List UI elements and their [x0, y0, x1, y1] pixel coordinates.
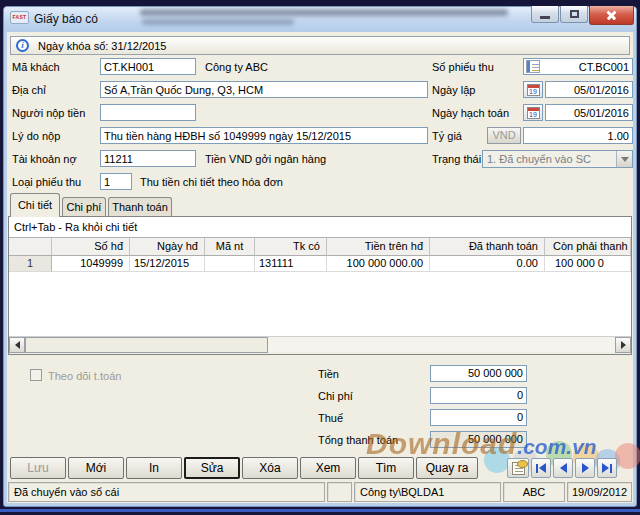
voucher-number-label: Số phiếu thu — [432, 61, 494, 73]
fee-field[interactable]: 0 — [430, 387, 527, 404]
total-payment-field: 50 000 000 — [430, 431, 527, 448]
track-payment-checkbox[interactable] — [30, 369, 42, 381]
receipt-type-input[interactable] — [100, 173, 132, 190]
maximize-icon — [570, 10, 579, 18]
first-record-icon — [536, 464, 538, 473]
next-record-button[interactable] — [575, 458, 595, 478]
cell-tien-tren-hd: 100 000 000.00 — [327, 256, 430, 272]
edit-button[interactable]: Sửa — [184, 457, 240, 479]
find-button[interactable]: Tìm — [358, 457, 414, 479]
col-header-so-hd[interactable]: Số hđ — [52, 238, 130, 256]
window-title: Giấy báo có — [34, 12, 98, 26]
status-message: Đã chuyển vào sổ cái — [8, 482, 325, 502]
last-record-button[interactable] — [597, 458, 617, 478]
address-label: Địa chỉ — [12, 84, 46, 96]
tax-label: Thuế — [318, 412, 343, 424]
receipt-type-desc-text: Thu tiền chi tiết theo hóa đơn — [140, 176, 283, 188]
print-button[interactable]: In — [126, 457, 182, 479]
col-header-con-phai-thanh-toan[interactable]: Còn phải thanh — [545, 238, 631, 256]
col-header-tien-tren-hd[interactable]: Tiền trên hđ — [327, 238, 430, 256]
cell-so-hd: 1049999 — [52, 256, 130, 272]
status-unit: ABC — [503, 482, 565, 502]
grid-hint-text: Ctrl+Tab - Ra khỏi chi tiết — [9, 217, 631, 238]
cell-da-thanh-toan: 0.00 — [430, 256, 545, 272]
exchange-rate-field[interactable]: 1.00 — [523, 127, 633, 144]
first-record-button[interactable] — [531, 458, 551, 478]
tab-chi-tiet[interactable]: Chi tiết — [10, 193, 60, 217]
voucher-number-field[interactable]: CT.BC001 — [523, 58, 633, 75]
posting-date-field[interactable]: 05/01/2016 — [545, 104, 633, 121]
cell-con-phai-thanh-toan: 100 000 0 — [545, 256, 631, 272]
receipt-type-label: Loại phiếu thu — [12, 176, 81, 188]
info-icon: i — [16, 39, 29, 52]
debit-account-input[interactable] — [100, 150, 196, 167]
scroll-right-button[interactable] — [615, 337, 631, 353]
payer-input[interactable] — [100, 104, 196, 121]
currency-button[interactable]: VND — [487, 127, 521, 144]
status-spacer — [327, 482, 352, 502]
track-payment-label: Theo dõi t.toán — [48, 370, 121, 382]
create-date-calendar-button[interactable]: 19 — [523, 81, 543, 98]
col-header-tk-co[interactable]: Tk có — [255, 238, 327, 256]
new-button[interactable]: Mới — [68, 457, 124, 479]
dropdown-button[interactable] — [616, 151, 632, 167]
status-company-user: Công ty\BQLDA1 — [354, 482, 501, 502]
calendar-icon: 19 — [527, 84, 540, 96]
delete-button[interactable]: Xóa — [242, 457, 298, 479]
last-record-icon — [610, 464, 612, 473]
cell-tk-co: 131111 — [255, 256, 327, 272]
maximize-button[interactable] — [560, 6, 588, 23]
exit-button[interactable]: Quay ra — [416, 457, 478, 479]
col-header-ngay-hd[interactable]: Ngày hđ — [130, 238, 205, 256]
close-button[interactable] — [589, 6, 634, 25]
arrow-right-icon — [621, 341, 626, 349]
watermark-circle — [615, 443, 640, 469]
address-input[interactable] — [100, 81, 428, 98]
arrow-right-icon — [602, 463, 609, 473]
attachment-button[interactable] — [507, 458, 529, 478]
cell-ma-nt — [205, 256, 255, 272]
fast-logo: FAST — [10, 11, 29, 24]
grid-horizontal-scrollbar[interactable] — [9, 336, 631, 352]
amount-field[interactable]: 50 000 000 — [430, 365, 527, 382]
arrow-left-icon — [560, 463, 567, 473]
backdrop-bottom-line — [0, 509, 640, 512]
customer-name-text: Công ty ABC — [205, 61, 268, 73]
reason-label: Lý do nộp — [12, 130, 60, 142]
cell-rownum: 1 — [9, 256, 52, 272]
cell-ngay-hd: 15/12/2015 — [130, 256, 205, 272]
tax-field[interactable]: 0 — [430, 409, 527, 426]
customer-code-label: Mã khách — [12, 61, 60, 73]
debit-account-name-text: Tiền VND gởi ngân hàng — [205, 153, 326, 165]
exchange-rate-value: 1.00 — [524, 130, 632, 142]
previous-record-button[interactable] — [553, 458, 573, 478]
lock-date-text: Ngày khóa sổ: 31/12/2015 — [38, 40, 166, 52]
save-button[interactable]: Lưu — [10, 457, 66, 479]
view-button[interactable]: Xem — [300, 457, 356, 479]
create-date-value: 05/01/2016 — [546, 84, 632, 96]
debit-account-label: Tài khoản nợ — [12, 153, 77, 165]
fee-label: Chi phí — [318, 390, 353, 402]
posting-date-value: 05/01/2016 — [546, 107, 632, 119]
col-header-ma-nt[interactable]: Mã nt — [205, 238, 255, 256]
scroll-left-button[interactable] — [9, 337, 25, 353]
col-header-da-thanh-toan[interactable]: Đã thanh toán — [430, 238, 545, 256]
status-date: 19/09/2012 — [567, 482, 632, 502]
status-dropdown[interactable]: 1. Đã chuyển vào SC — [482, 150, 633, 168]
chevron-down-icon — [621, 157, 629, 162]
background-blur-artifact — [140, 9, 508, 16]
tab-thanh-toan[interactable]: Thanh toán — [108, 197, 172, 217]
minimize-button[interactable] — [531, 6, 559, 23]
tab-chi-phi[interactable]: Chi phí — [62, 197, 106, 217]
arrow-left-icon — [539, 463, 546, 473]
lock-date-infobar: i Ngày khóa sổ: 31/12/2015 — [10, 36, 630, 55]
col-header-rownum[interactable] — [9, 238, 52, 256]
table-row[interactable]: 1 1049999 15/12/2015 131111 100 000 000.… — [9, 256, 631, 272]
posting-date-calendar-button[interactable]: 19 — [523, 104, 543, 121]
scrollbar-thumb[interactable] — [25, 337, 268, 353]
create-date-field[interactable]: 05/01/2016 — [545, 81, 633, 98]
posting-date-label: Ngày hạch toán — [432, 107, 509, 119]
customer-code-input[interactable] — [100, 58, 196, 75]
total-payment-label: Tổng thanh toán — [318, 434, 398, 446]
reason-input[interactable] — [100, 127, 428, 144]
